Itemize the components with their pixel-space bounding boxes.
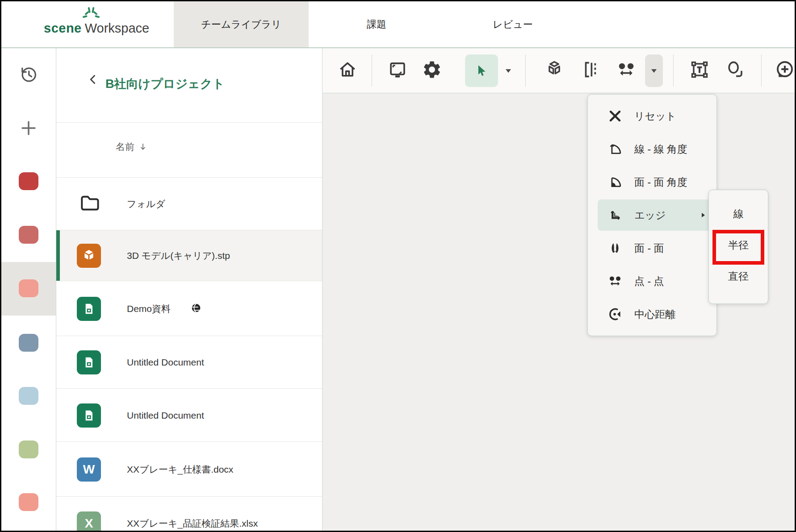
menu-item-edge[interactable]: エッジ: [588, 199, 716, 232]
annotation-highlight-box: [712, 230, 764, 265]
project-swatch[interactable]: [19, 172, 38, 190]
list-item-folder[interactable]: フォルダ: [56, 178, 322, 230]
brand-suffix: Workspace: [85, 21, 150, 35]
screen-icon[interactable]: [387, 59, 408, 82]
settings-gear-icon[interactable]: [422, 59, 442, 82]
menu-item-face-face[interactable]: 面 - 面: [588, 232, 716, 265]
list-item-spec-docx[interactable]: W XXブレーキ_仕様書.docx: [56, 442, 322, 497]
word-icon: W: [77, 457, 101, 482]
measure-dropdown-button[interactable]: [645, 54, 663, 87]
edge-icon: [607, 207, 624, 224]
select-tool-button[interactable]: [465, 54, 498, 87]
logo[interactable]: sceneWorkspace: [44, 1, 149, 47]
project-swatch[interactable]: [19, 334, 38, 352]
section-icon[interactable]: [580, 59, 601, 82]
add-icon[interactable]: [19, 119, 38, 139]
list-item-3d-model[interactable]: 3D モデル(キャリア).stp: [56, 230, 322, 281]
logo-sunburst-icon: [79, 5, 104, 22]
document-icon: [77, 350, 101, 374]
menu-item-point-point[interactable]: 点 - 点: [588, 265, 716, 298]
submenu-item-line[interactable]: 線: [709, 198, 768, 229]
home-icon[interactable]: [337, 59, 358, 82]
shared-globe-icon: [190, 302, 202, 316]
project-title[interactable]: B社向けプロジェクト: [105, 76, 225, 92]
reset-icon: [607, 108, 624, 125]
measure-dropdown-caret-icon: [651, 69, 657, 73]
back-icon[interactable]: [88, 74, 98, 87]
add-circle-icon[interactable]: [774, 59, 795, 82]
tab-issues[interactable]: 課題: [341, 1, 412, 47]
brand-name: scene: [44, 21, 82, 35]
folder-icon: [79, 192, 101, 216]
list-item-untitled-2[interactable]: Untitled Document: [56, 389, 322, 442]
menu-item-face-face-angle[interactable]: 面 - 面 角度: [588, 166, 716, 199]
app-header: sceneWorkspace チームライブラリ 課題 レビュー: [1, 1, 796, 48]
project-swatch[interactable]: [19, 387, 38, 405]
submenu-arrow-icon: [702, 211, 705, 219]
selected-indicator: [56, 230, 60, 281]
menu-item-center-distance[interactable]: 中心距離: [588, 298, 716, 331]
select-cursor-icon: [474, 63, 489, 79]
list-item-demo-doc[interactable]: Demo資料: [56, 281, 322, 336]
project-swatch-selected[interactable]: [19, 279, 38, 297]
submenu-item-diameter[interactable]: 直径: [709, 261, 768, 292]
line-line-angle-icon: [607, 141, 624, 158]
3d-cube-icon[interactable]: [544, 59, 565, 82]
history-icon[interactable]: [18, 64, 39, 87]
project-rail: [1, 48, 56, 532]
excel-icon: X: [77, 511, 101, 532]
menu-item-line-line-angle[interactable]: 線 - 線 角度: [588, 133, 716, 166]
3d-model-icon: [77, 244, 101, 268]
sort-descending-icon: [138, 142, 148, 152]
list-item-qa-xlsx[interactable]: X XXブレーキ_品証検証結果.xlsx: [56, 497, 322, 532]
face-face-angle-icon: [607, 174, 624, 191]
project-swatch[interactable]: [19, 441, 38, 458]
document-icon: [77, 403, 101, 428]
document-icon: [77, 297, 101, 321]
face-face-icon: [607, 240, 624, 257]
cursor-dropdown-caret-icon[interactable]: [506, 66, 511, 75]
menu-item-reset[interactable]: リセット: [588, 100, 716, 133]
project-swatch[interactable]: [19, 493, 38, 511]
measure-points-icon[interactable]: [616, 59, 637, 82]
viewer-toolbar: [323, 48, 796, 93]
project-swatch[interactable]: [19, 226, 38, 244]
file-panel: B社向けプロジェクト 名前 フォルダ: [56, 48, 323, 532]
shape-icon[interactable]: [725, 59, 745, 82]
measure-menu: リセット 線 - 線 角度 面 - 面 角度: [587, 94, 717, 336]
text-box-icon[interactable]: [689, 59, 710, 82]
tab-team-library[interactable]: チームライブラリ: [174, 1, 309, 47]
tab-review[interactable]: レビュー: [473, 1, 553, 47]
list-item-untitled-1[interactable]: Untitled Document: [56, 336, 322, 389]
point-point-icon: [607, 273, 624, 290]
column-header-name[interactable]: 名前: [116, 141, 148, 153]
app-window: sceneWorkspace チームライブラリ 課題 レビュー: [0, 0, 796, 532]
center-distance-icon: [607, 306, 624, 323]
